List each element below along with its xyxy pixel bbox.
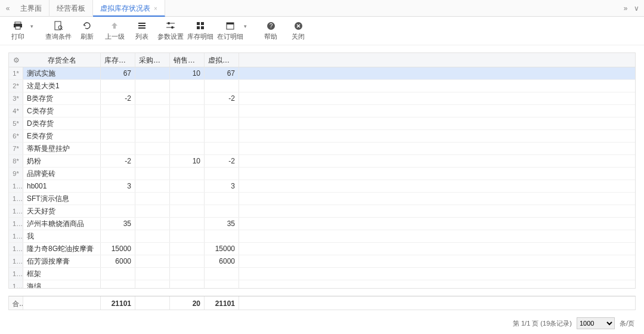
- table-row[interactable]: 16佰芳源按摩膏60006000: [9, 255, 635, 268]
- cell-name: 测试实施: [23, 67, 101, 79]
- list-button[interactable]: 列表: [130, 18, 154, 44]
- help-button[interactable]: ? 帮助: [259, 18, 283, 44]
- arrow-up-icon: [109, 20, 120, 31]
- svg-rect-7: [138, 25, 145, 26]
- table-row[interactable]: 5*D类存货: [9, 117, 635, 130]
- table-row[interactable]: 3*B类存货-2-2: [9, 92, 635, 105]
- cell-sales: [170, 218, 205, 230]
- table-row[interactable]: 1*测试实施671067: [9, 67, 635, 80]
- cell-virtual: [205, 168, 239, 180]
- tab-1[interactable]: 经营看板: [49, 0, 93, 17]
- table-row[interactable]: 8*奶粉-210-2: [9, 155, 635, 168]
- svg-rect-2: [16, 26, 20, 29]
- query-button[interactable]: 查询条件: [45, 18, 72, 44]
- cell-sales: [170, 80, 205, 92]
- params-label: 参数设置: [157, 32, 184, 41]
- page-size-select[interactable]: 1000: [577, 317, 615, 329]
- tab-dropdown[interactable]: ∨: [631, 4, 642, 13]
- col-header-name[interactable]: 存货全名: [23, 53, 101, 67]
- tab-close-icon[interactable]: ×: [154, 5, 157, 12]
- cell-stock: 15000: [101, 243, 135, 255]
- col-header-stock[interactable]: 库存数量: [101, 53, 135, 67]
- list-label: 列表: [135, 32, 148, 41]
- cell-name: D类存货: [23, 117, 101, 129]
- detail-label: 库存明细: [187, 32, 213, 41]
- cell-sales: [170, 280, 205, 289]
- search-doc-icon: [53, 20, 64, 31]
- svg-text:?: ?: [269, 23, 273, 29]
- cell-sales: [170, 92, 205, 104]
- table-row[interactable]: 13*泸州丰糖烧酒商品3535: [9, 218, 635, 230]
- close-button[interactable]: 关闭: [286, 18, 310, 44]
- list-icon: [137, 20, 147, 31]
- cell-purchase: [135, 80, 170, 92]
- row-index: 3*: [9, 92, 23, 104]
- cell-sales: 10: [170, 67, 205, 79]
- cell-virtual: [205, 80, 239, 92]
- tab-0[interactable]: 主界面: [13, 0, 49, 17]
- refresh-button[interactable]: 刷新: [75, 18, 99, 44]
- cell-purchase: [135, 280, 170, 289]
- cell-purchase: [135, 67, 170, 79]
- close-label: 关闭: [292, 32, 305, 41]
- row-index: 1*: [9, 67, 23, 79]
- table-row[interactable]: 7*蒂斯曼壁挂炉: [9, 143, 635, 155]
- table-row[interactable]: 14我: [9, 230, 635, 243]
- col-header-sales[interactable]: 销售在订量: [170, 53, 205, 67]
- order-button[interactable]: 在订明细 ▾: [217, 18, 243, 44]
- cell-sales: [170, 243, 205, 255]
- table-row[interactable]: 15隆力奇8G蛇油按摩膏1500015000: [9, 243, 635, 255]
- gear-icon[interactable]: ⚙: [9, 53, 23, 67]
- cell-stock: -2: [101, 92, 135, 104]
- table-row[interactable]: 18海绵: [9, 280, 635, 289]
- table-row[interactable]: 12*天天好货: [9, 205, 635, 218]
- row-index: 5*: [9, 117, 23, 129]
- row-index: 14: [9, 230, 23, 242]
- svg-rect-14: [201, 22, 204, 25]
- cell-stock: 6000: [101, 255, 135, 267]
- table-row[interactable]: 11*SFT演示信息: [9, 193, 635, 205]
- cell-virtual: [205, 268, 239, 280]
- col-header-virtual[interactable]: 虚拟库存: [205, 53, 239, 67]
- query-label: 查询条件: [45, 32, 72, 41]
- cell-name: 天天好货: [23, 205, 101, 217]
- table-row[interactable]: 6*E类存货: [9, 130, 635, 143]
- cell-stock: 3: [101, 180, 135, 192]
- cell-name: SFT演示信息: [23, 193, 101, 205]
- up-label: 上一级: [105, 32, 125, 41]
- tab-nav-next[interactable]: »: [620, 4, 631, 13]
- cell-virtual: 3: [205, 180, 239, 192]
- cell-name: 海绵: [23, 280, 101, 289]
- table-row[interactable]: 10hb00133: [9, 180, 635, 193]
- svg-rect-16: [201, 26, 204, 29]
- grid-icon: [195, 20, 206, 31]
- cell-sales: [170, 205, 205, 217]
- col-header-purchase[interactable]: 采购在订量: [135, 53, 170, 67]
- up-level-button[interactable]: 上一级: [103, 18, 126, 44]
- svg-rect-6: [138, 23, 145, 24]
- tab-nav-prev[interactable]: «: [2, 4, 13, 13]
- cell-purchase: [135, 255, 170, 267]
- params-button[interactable]: 参数设置: [157, 18, 184, 44]
- print-button[interactable]: 打印 ▾: [6, 18, 30, 44]
- table-row[interactable]: 4*C类存货: [9, 105, 635, 117]
- cell-stock: [101, 168, 135, 180]
- calendar-icon: [225, 20, 236, 31]
- svg-line-5: [61, 29, 63, 30]
- cell-purchase: [135, 268, 170, 280]
- cell-purchase: [135, 143, 170, 154]
- cell-virtual: 15000: [205, 243, 239, 255]
- svg-point-12: [171, 26, 174, 29]
- refresh-label: 刷新: [80, 32, 94, 41]
- cell-purchase: [135, 243, 170, 255]
- table-row[interactable]: 2*这是大类1: [9, 80, 635, 92]
- detail-button[interactable]: 库存明细: [187, 18, 213, 44]
- row-index: 4*: [9, 105, 23, 117]
- totals-stock: 21101: [101, 296, 135, 310]
- table-row[interactable]: 17框架: [9, 268, 635, 280]
- pager-info: 第 1/1 页 (19条记录): [513, 319, 572, 328]
- table-row[interactable]: 9*品牌瓷砖: [9, 168, 635, 180]
- tab-2[interactable]: 虚拟库存状况表×: [93, 0, 165, 17]
- cell-stock: [101, 205, 135, 217]
- data-grid: ⚙ 存货全名 库存数量 采购在订量 销售在订量 虚拟库存 1*测试实施67106…: [8, 52, 636, 289]
